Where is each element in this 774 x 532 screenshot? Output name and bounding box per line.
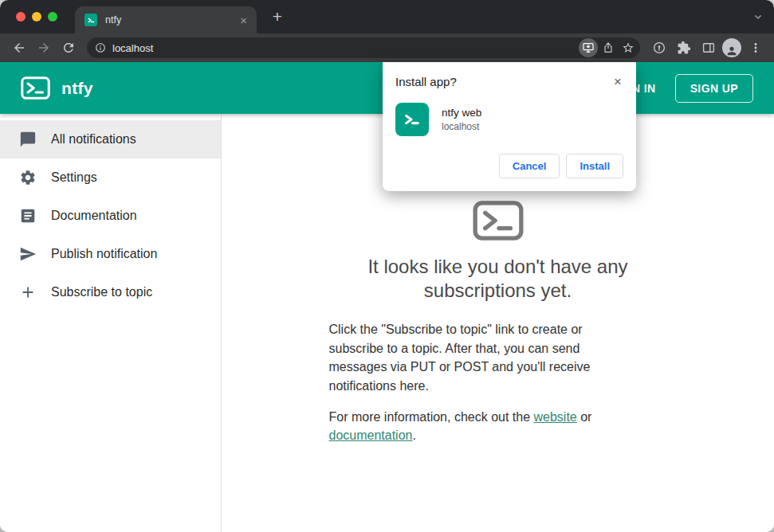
tab-close-icon[interactable]: × bbox=[240, 14, 247, 26]
sidebar-item-label: Subscribe to topic bbox=[51, 285, 152, 299]
share-icon[interactable] bbox=[599, 38, 618, 57]
new-tab-button[interactable]: + bbox=[266, 6, 289, 28]
ntfy-terminal-icon bbox=[473, 201, 524, 244]
ntfy-app-icon bbox=[395, 103, 429, 136]
window-controls bbox=[16, 12, 57, 22]
browser-tab-ntfy[interactable]: ntfy × bbox=[75, 6, 257, 33]
omnibox-actions bbox=[579, 38, 638, 57]
dialog-app-row: ntfy web localhost bbox=[395, 103, 623, 136]
ntfy-logo-icon bbox=[21, 76, 50, 100]
install-app-icon[interactable] bbox=[579, 38, 598, 57]
empty-state-more-info: For more information, check out the webs… bbox=[329, 408, 621, 445]
sidebar-item-subscribe-to-topic[interactable]: Subscribe to topic bbox=[0, 273, 221, 311]
dialog-actions: Cancel Install bbox=[395, 154, 623, 178]
more-info-middle: or bbox=[577, 410, 592, 424]
address-bar[interactable]: localhost bbox=[87, 37, 640, 58]
extensions-puzzle-icon[interactable] bbox=[673, 37, 694, 59]
tab-title: ntfy bbox=[105, 14, 232, 25]
browser-menu-icon[interactable] bbox=[745, 37, 766, 59]
website-link[interactable]: website bbox=[534, 410, 577, 424]
bookmark-star-icon[interactable] bbox=[619, 38, 638, 57]
sidebar-item-publish-notification[interactable]: Publish notification bbox=[0, 235, 221, 273]
install-app-dialog: Install app? × ntfy web localhost Cancel… bbox=[383, 62, 636, 191]
sidebar: All notifications Settings Documentation… bbox=[0, 114, 222, 532]
chevron-down-icon[interactable] bbox=[752, 0, 764, 33]
empty-state-body: Click the "Subscribe to topic" link to c… bbox=[329, 320, 621, 394]
dialog-app-name: ntfy web bbox=[442, 107, 481, 119]
sidebar-item-label: Documentation bbox=[51, 209, 137, 223]
url-text[interactable]: localhost bbox=[112, 42, 572, 54]
zoom-window-button[interactable] bbox=[48, 12, 57, 22]
close-window-button[interactable] bbox=[16, 12, 26, 22]
dialog-app-text: ntfy web localhost bbox=[442, 107, 481, 132]
more-info-suffix: . bbox=[412, 428, 415, 442]
sidebar-item-label: Publish notification bbox=[51, 247, 157, 261]
side-panel-icon[interactable] bbox=[697, 37, 719, 59]
reload-icon[interactable] bbox=[57, 37, 79, 59]
dialog-header: Install app? × bbox=[395, 75, 623, 88]
chat-bubble-icon bbox=[19, 131, 37, 148]
sidebar-item-documentation[interactable]: Documentation bbox=[0, 197, 221, 235]
install-button[interactable]: Install bbox=[566, 154, 623, 178]
profile-avatar[interactable] bbox=[722, 38, 741, 57]
ntfy-favicon-icon bbox=[84, 14, 97, 26]
forward-icon[interactable] bbox=[33, 37, 54, 59]
book-icon bbox=[19, 207, 37, 225]
dialog-app-origin: localhost bbox=[442, 121, 481, 132]
sign-up-button[interactable]: SIGN UP bbox=[675, 74, 753, 103]
close-icon[interactable]: × bbox=[612, 75, 623, 88]
minimize-window-button[interactable] bbox=[32, 12, 41, 22]
gear-icon bbox=[19, 169, 37, 186]
sidebar-item-all-notifications[interactable]: All notifications bbox=[0, 120, 221, 158]
more-info-prefix: For more information, check out the bbox=[329, 410, 534, 424]
browser-toolbar: localhost bbox=[0, 33, 774, 62]
documentation-link[interactable]: documentation bbox=[329, 428, 413, 442]
back-icon[interactable] bbox=[8, 37, 29, 59]
sidebar-item-label: Settings bbox=[51, 170, 97, 185]
empty-state-title: It looks like you don't have any subscri… bbox=[329, 255, 667, 303]
browser-window: ntfy × + localhost bbox=[0, 0, 774, 532]
empty-state: It looks like you don't have any subscri… bbox=[329, 201, 667, 444]
sidebar-item-settings[interactable]: Settings bbox=[0, 158, 221, 197]
browser-titlebar: ntfy × + bbox=[0, 0, 774, 33]
cancel-button[interactable]: Cancel bbox=[499, 154, 560, 178]
site-info-icon[interactable] bbox=[95, 42, 106, 53]
password-manager-icon[interactable] bbox=[648, 37, 670, 59]
plus-icon bbox=[19, 284, 37, 301]
app-title: ntfy bbox=[61, 79, 93, 98]
sidebar-item-label: All notifications bbox=[51, 132, 136, 147]
send-icon bbox=[19, 245, 37, 263]
dialog-title: Install app? bbox=[395, 75, 457, 88]
